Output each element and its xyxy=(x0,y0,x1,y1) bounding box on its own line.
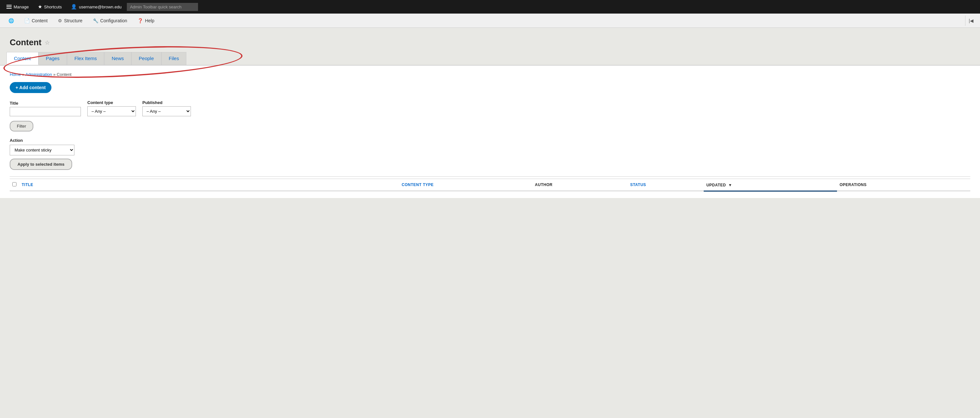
shortcuts-label: Shortcuts xyxy=(44,5,62,10)
title-field-group: Title xyxy=(10,101,81,116)
nav-help-label: Help xyxy=(145,18,154,23)
nav-configuration-label: Configuration xyxy=(100,18,127,23)
nav-configuration[interactable]: 🔧 Configuration xyxy=(88,15,132,27)
sort-arrow-icon: ▼ xyxy=(728,183,732,187)
table-header: TITLE CONTENT TYPE AUTHOR STATUS UPDATED… xyxy=(10,179,970,191)
apply-button[interactable]: Apply to selected items xyxy=(10,158,72,170)
col-header-updated[interactable]: UPDATED ▼ xyxy=(704,179,837,191)
structure-icon: ⚙ xyxy=(58,18,62,23)
nav-structure[interactable]: ⚙ Structure xyxy=(53,15,88,27)
action-section: Action Make content sticky Unpublish con… xyxy=(10,138,970,170)
admin-toolbar: Manage ★ Shortcuts 👤 username@brown.edu xyxy=(0,0,980,14)
manage-label: Manage xyxy=(14,5,29,10)
content-type-label: Content type xyxy=(88,100,136,105)
col-header-author[interactable]: AUTHOR xyxy=(532,179,627,191)
action-row: Make content sticky Unpublish content Pu… xyxy=(10,145,970,155)
table-divider xyxy=(10,176,970,177)
filter-row: Title Content type – Any – Published – A… xyxy=(10,100,970,116)
tab-people[interactable]: People xyxy=(131,52,161,65)
content-type-field-group: Content type – Any – xyxy=(88,100,136,116)
filter-form: Title Content type – Any – Published – A… xyxy=(10,100,970,131)
col-status-label: STATUS xyxy=(630,182,646,187)
col-author-label: AUTHOR xyxy=(535,182,552,187)
breadcrumb: Home » Administration » Content xyxy=(10,72,970,77)
col-operations-label: OPERATIONS xyxy=(840,182,866,187)
shortcuts-menu-item[interactable]: ★ Shortcuts xyxy=(34,2,66,12)
tab-files[interactable]: Files xyxy=(161,52,187,65)
breadcrumb-admin[interactable]: Administration xyxy=(25,72,52,77)
col-content-type-label: CONTENT TYPE xyxy=(402,182,434,187)
hamburger-icon xyxy=(6,5,12,9)
add-content-button[interactable]: + Add content xyxy=(10,82,51,93)
tab-pages[interactable]: Pages xyxy=(38,52,67,65)
col-header-checkbox xyxy=(10,179,19,191)
home-icon: 🌐 xyxy=(8,18,14,23)
configuration-icon: 🔧 xyxy=(93,18,99,23)
help-icon: ❓ xyxy=(137,18,143,23)
nav-collapse-button[interactable]: |◀ xyxy=(965,16,977,26)
title-input[interactable] xyxy=(10,107,81,116)
manage-menu-item[interactable]: Manage xyxy=(3,3,33,11)
published-field-group: Published – Any – xyxy=(142,100,191,116)
nav-content-label: Content xyxy=(32,18,48,23)
nav-help[interactable]: ❓ Help xyxy=(132,15,159,27)
tabs-container: Content Pages Flex Items News People Fil… xyxy=(0,48,980,65)
nav-content[interactable]: 📄 Content xyxy=(19,15,53,27)
content-type-select[interactable]: – Any – xyxy=(88,106,136,116)
col-updated-label: UPDATED xyxy=(706,183,726,187)
secondary-nav: 🌐 📄 Content ⚙ Structure 🔧 Configuration … xyxy=(0,14,980,28)
title-label: Title xyxy=(10,101,81,106)
filter-button[interactable]: Filter xyxy=(10,121,33,131)
page-title: Content xyxy=(10,38,41,48)
breadcrumb-sep1: » xyxy=(22,72,25,77)
admin-search-input[interactable] xyxy=(127,3,198,11)
breadcrumb-current: Content xyxy=(57,72,72,77)
col-title-label: TITLE xyxy=(22,182,33,187)
collapse-icon: |◀ xyxy=(969,18,974,23)
content-icon: 📄 xyxy=(24,18,30,23)
select-all-checkbox[interactable] xyxy=(12,182,16,186)
breadcrumb-home[interactable]: Home xyxy=(10,72,21,77)
nav-home[interactable]: 🌐 xyxy=(3,15,19,27)
action-label: Action xyxy=(10,138,970,143)
user-icon: 👤 xyxy=(71,4,77,10)
col-header-operations: OPERATIONS xyxy=(837,179,970,191)
col-header-title[interactable]: TITLE xyxy=(19,179,399,191)
user-menu-item[interactable]: 👤 username@brown.edu xyxy=(67,2,126,12)
tab-flex-items[interactable]: Flex Items xyxy=(67,52,104,65)
action-select[interactable]: Make content sticky Unpublish content Pu… xyxy=(10,145,75,155)
tab-content[interactable]: Content xyxy=(6,52,38,65)
published-label: Published xyxy=(142,100,191,105)
bookmark-icon[interactable]: ☆ xyxy=(45,39,50,46)
col-header-content-type[interactable]: CONTENT TYPE xyxy=(399,179,533,191)
tab-news[interactable]: News xyxy=(104,52,131,65)
published-select[interactable]: – Any – xyxy=(142,106,191,116)
nav-structure-label: Structure xyxy=(64,18,83,23)
col-header-status[interactable]: STATUS xyxy=(628,179,704,191)
content-table: TITLE CONTENT TYPE AUTHOR STATUS UPDATED… xyxy=(10,179,970,192)
content-header: Content ☆ xyxy=(0,34,980,48)
username-label: username@brown.edu xyxy=(79,5,122,10)
content-body: Home » Administration » Content + Add co… xyxy=(0,65,980,198)
star-icon: ★ xyxy=(38,4,42,10)
main-content: Content ☆ Content Pages Flex Items News … xyxy=(0,28,980,418)
breadcrumb-sep2: » xyxy=(53,72,57,77)
